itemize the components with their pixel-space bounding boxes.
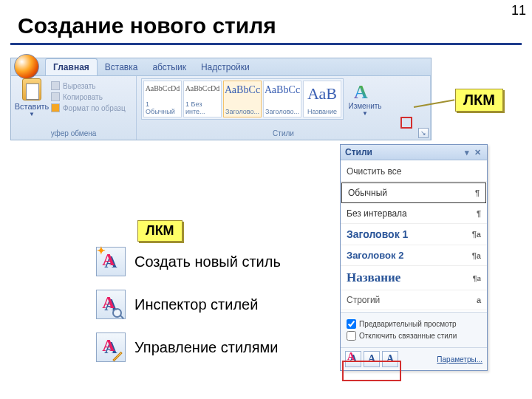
style-name: Заголово...: [225, 108, 259, 115]
tab-home[interactable]: Главная: [45, 58, 98, 75]
style-sample: АаВbСс: [265, 84, 300, 96]
explain-manage-text: Управление стилями: [134, 339, 279, 356]
style-sample: АаВbСс: [225, 84, 260, 96]
styles-group-label: Стили: [141, 129, 426, 139]
cut-button[interactable]: Вырезать: [51, 81, 126, 90]
copy-button[interactable]: Копировать: [51, 92, 126, 101]
paste-icon: [22, 78, 41, 100]
paragraph-mark-icon: ¶: [475, 188, 480, 197]
styles-pane-header[interactable]: Стили ▾ ✕: [341, 145, 487, 160]
style-item-label: Обычный: [348, 188, 387, 198]
style-thumb-normal[interactable]: АаВbСсDd1 Обычный: [143, 81, 182, 117]
slide-number: 11: [511, 3, 526, 18]
linked-mark-icon: ¶a: [473, 273, 481, 282]
explain-inspector-text: Инспектор стилей: [134, 296, 258, 313]
preview-label: Предварительный просмотр: [359, 320, 457, 328]
style-sample: АаВ: [307, 84, 337, 103]
explain-new-style-text: Создать новый стиль: [134, 253, 281, 270]
style-sample: АаВbСсDd: [146, 84, 180, 92]
styles-pane-options: Предварительный просмотр Отключить связа…: [341, 312, 487, 347]
copy-label: Копировать: [63, 93, 103, 101]
style-item-label: Строгий: [347, 295, 380, 305]
tab-addins[interactable]: Надстройки: [194, 59, 257, 75]
style-item-label: Заголовок 1: [347, 228, 408, 240]
close-icon[interactable]: ✕: [473, 148, 482, 157]
ribbon-body: Вставить ▼ Вырезать Копировать Формат по…: [11, 76, 431, 140]
cut-label: Вырезать: [63, 82, 95, 90]
style-thumb-heading1[interactable]: АаВbСсЗаголово...: [223, 81, 262, 117]
clear-all-label: Очистить все: [347, 166, 401, 177]
style-name: 1 Без инте...: [185, 100, 219, 115]
format-painter-button[interactable]: Формат по образц: [51, 103, 126, 112]
styles-dialog-launcher[interactable]: ↘: [418, 128, 429, 138]
manage-styles-button[interactable]: A: [382, 351, 398, 367]
style-name: Заголово...: [265, 108, 299, 115]
brush-icon: [51, 103, 60, 112]
change-styles-icon: A: [354, 81, 376, 100]
explain-inspector: AA Инспектор стилей: [96, 290, 318, 319]
pane-dropdown-icon[interactable]: ▾: [463, 148, 471, 157]
options-link[interactable]: Параметры...: [437, 355, 482, 364]
copy-icon: [51, 92, 60, 101]
manage-icon: A: [386, 353, 394, 365]
clear-all-item[interactable]: Очистить все: [341, 162, 487, 182]
styles-pane-footer: AA A A Параметры...: [341, 347, 487, 370]
styles-group: АаВbСсDd1 Обычный АаВbСсDd1 Без инте... …: [137, 76, 431, 140]
tab-insert[interactable]: Вставка: [98, 59, 146, 75]
preview-checkbox[interactable]: Предварительный просмотр: [347, 319, 481, 329]
disable-linked-checkbox[interactable]: Отключить связанные стили: [347, 331, 481, 341]
style-thumb-heading2[interactable]: АаВbСсЗаголово...: [263, 81, 301, 117]
callout-lkm-2: ЛКМ: [137, 220, 183, 242]
title-underline: [10, 43, 522, 45]
callout-lkm-1: ЛКМ: [455, 89, 503, 112]
style-item-title[interactable]: Название¶a: [341, 266, 487, 290]
style-item-normal[interactable]: Обычный¶: [341, 183, 486, 203]
style-item-heading2[interactable]: Заголовок 2¶a: [341, 245, 487, 266]
inspector-icon: A: [368, 353, 375, 365]
style-sample: АаВbСсDd: [185, 84, 220, 92]
ribbon-tabs: Главная Вставка абстыик Надстройки: [11, 58, 431, 76]
paragraph-mark-icon: ¶: [477, 209, 481, 218]
style-thumb-title[interactable]: АаВНазвание: [303, 81, 341, 117]
styles-gallery[interactable]: АаВbСсDd1 Обычный АаВbСсDd1 Без инте... …: [141, 78, 344, 120]
tab-other[interactable]: абстыик: [145, 59, 194, 75]
inspector-large-icon: AA: [96, 290, 126, 319]
style-item-nospace[interactable]: Без интервала¶: [341, 204, 487, 224]
clipboard-group: Вставить ▼ Вырезать Копировать Формат по…: [11, 76, 137, 140]
ribbon: Главная Вставка абстыик Надстройки Встав…: [10, 58, 432, 140]
paste-label: Вставить: [15, 102, 50, 111]
preview-checkbox-input[interactable]: [347, 319, 356, 329]
new-style-large-icon: AA✦: [96, 247, 126, 276]
disable-linked-label: Отключить связанные стили: [359, 332, 457, 340]
change-styles-button[interactable]: A Изменить ▼: [347, 78, 383, 120]
office-button[interactable]: [14, 54, 39, 79]
char-mark-icon: a: [477, 296, 481, 304]
disable-linked-checkbox-input[interactable]: [347, 331, 356, 341]
clip-commands: Вырезать Копировать Формат по образц: [51, 78, 126, 117]
linked-mark-icon: ¶a: [472, 251, 481, 260]
explain-new-style: AA✦ Создать новый стиль: [96, 247, 318, 276]
chevron-down-icon: ▼: [362, 110, 368, 117]
style-thumb-nospace[interactable]: АаВbСсDd1 Без инте...: [183, 81, 222, 117]
explain-manage: AA Управление стилями: [96, 332, 318, 362]
change-styles-label: Изменить: [348, 102, 381, 110]
slide-title: Создание нового стиля: [0, 0, 532, 43]
style-inspector-button[interactable]: A: [364, 351, 380, 367]
format-painter-label: Формат по образц: [63, 104, 126, 112]
paste-button[interactable]: Вставить ▼: [16, 78, 48, 117]
styles-pane: Стили ▾ ✕ Очистить все Обычный¶ Без инте…: [340, 144, 488, 371]
styles-pane-list: Очистить все Обычный¶ Без интервала¶ Заг…: [341, 160, 487, 312]
styles-pane-title: Стили: [345, 147, 372, 157]
new-style-button[interactable]: AA: [345, 351, 361, 367]
style-item-label: Название: [347, 270, 400, 285]
clipboard-group-label: уфер обмена: [16, 129, 132, 139]
style-name: 1 Обычный: [146, 100, 180, 115]
style-item-label: Без интервала: [347, 208, 407, 219]
style-name: Название: [307, 108, 337, 115]
style-item-heading1[interactable]: Заголовок 1¶a: [341, 224, 487, 245]
linked-mark-icon: ¶a: [472, 230, 481, 239]
scissors-icon: [51, 81, 60, 90]
new-style-icon: AA: [349, 353, 357, 365]
style-item-strict[interactable]: Строгийa: [341, 290, 487, 310]
icon-explanations: AA✦ Создать новый стиль AA Инспектор сти…: [96, 247, 318, 375]
